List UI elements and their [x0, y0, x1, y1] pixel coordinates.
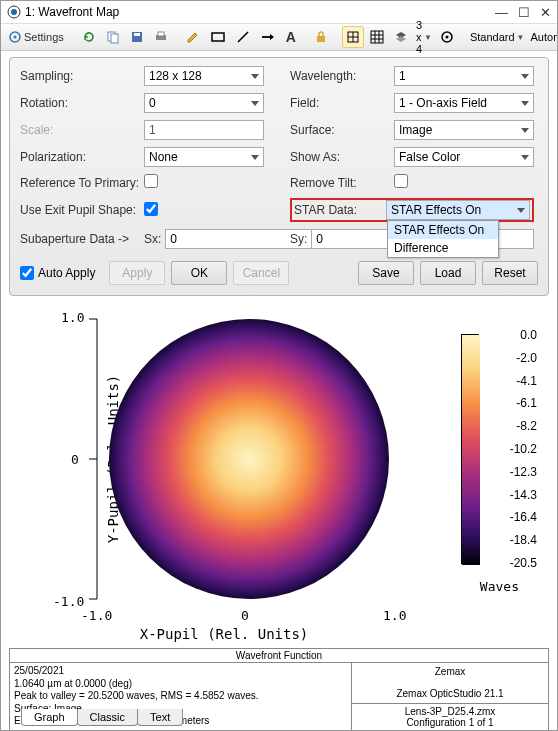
close-button[interactable]: ✕: [540, 5, 551, 20]
star-option-effects-on[interactable]: STAR Effects On: [388, 221, 498, 239]
colorbar: [461, 334, 479, 564]
scale-label: Scale:: [20, 123, 140, 137]
rotation-select[interactable]: 0: [144, 93, 264, 113]
svg-rect-10: [212, 33, 224, 41]
ok-button[interactable]: OK: [171, 261, 227, 285]
rectangle-icon[interactable]: [206, 26, 230, 48]
ytick-mid: 0: [71, 452, 79, 467]
titlebar: 1: Wavefront Map — ☐ ✕: [1, 1, 557, 23]
minimize-button[interactable]: —: [495, 5, 508, 20]
ref-primary-label: Reference To Primary:: [20, 176, 140, 190]
svg-rect-5: [111, 34, 118, 43]
tab-classic[interactable]: Classic: [77, 709, 138, 726]
subaperture-label: Subaperture Data ->: [20, 232, 140, 246]
wavefront-heatmap: [89, 314, 399, 604]
field-select[interactable]: 1 - On-axis Field: [394, 93, 534, 113]
star-data-select[interactable]: STAR Effects On STAR Effects On Differen…: [386, 200, 530, 220]
automatic-dropdown[interactable]: Automatic▼: [529, 31, 559, 43]
svg-point-30: [109, 319, 389, 599]
apply-button: Apply: [109, 261, 165, 285]
autoapply-wrap[interactable]: Auto Apply: [20, 266, 95, 280]
xtick-right: 1.0: [383, 608, 406, 623]
showas-label: Show As:: [290, 150, 390, 164]
load-button[interactable]: Load: [420, 261, 476, 285]
svg-point-23: [445, 36, 448, 39]
rotation-label: Rotation:: [20, 96, 140, 110]
svg-point-3: [14, 36, 17, 39]
save-icon[interactable]: [126, 26, 148, 48]
svg-rect-31: [462, 335, 480, 565]
line-icon[interactable]: [232, 26, 254, 48]
info-file: Lens-3P_D25.4.zmx Configuration 1 of 1: [352, 704, 548, 730]
save-button[interactable]: Save: [358, 261, 414, 285]
sampling-label: Sampling:: [20, 69, 140, 83]
settings-label: Settings: [24, 31, 64, 43]
target-icon[interactable]: [436, 26, 458, 48]
grid-size-dropdown[interactable]: 3 x 4▼: [414, 19, 434, 55]
colorbar-ticks: 0.0 -2.0 -4.1 -6.1 -8.2 -10.2 -12.3 -14.…: [510, 329, 537, 569]
grid-small-icon[interactable]: [342, 26, 364, 48]
bottom-tabs: Graph Classic Text: [21, 709, 182, 726]
print-icon[interactable]: [150, 26, 172, 48]
maximize-button[interactable]: ☐: [518, 5, 530, 20]
wavelength-label: Wavelength:: [290, 69, 390, 83]
xtick-mid: 0: [241, 608, 249, 623]
field-label: Field:: [290, 96, 390, 110]
info-heading: Wavefront Function: [10, 649, 548, 663]
settings-button[interactable]: Settings: [5, 26, 68, 48]
svg-rect-13: [317, 36, 325, 42]
wavelength-select[interactable]: 1: [394, 66, 534, 86]
ref-primary-checkbox[interactable]: [144, 174, 158, 188]
settings-panel: Sampling: 128 x 128 Wavelength: 1 Rotati…: [9, 57, 549, 296]
sx-label: Sx:: [144, 232, 161, 246]
remove-tilt-checkbox[interactable]: [394, 174, 408, 188]
arrow-icon[interactable]: [256, 26, 280, 48]
ytick-top: 1.0: [61, 310, 84, 325]
layers-icon[interactable]: [390, 26, 412, 48]
polarization-label: Polarization:: [20, 150, 140, 164]
polarization-select[interactable]: None: [144, 147, 264, 167]
surface-select[interactable]: Image: [394, 120, 534, 140]
sampling-select[interactable]: 128 x 128: [144, 66, 264, 86]
star-data-label: STAR Data:: [294, 203, 382, 217]
tab-text[interactable]: Text: [137, 709, 183, 726]
app-icon: [7, 5, 21, 19]
svg-rect-9: [158, 32, 164, 36]
tab-graph[interactable]: Graph: [21, 709, 78, 726]
copy-icon[interactable]: [102, 26, 124, 48]
surface-label: Surface:: [290, 123, 390, 137]
standard-dropdown[interactable]: Standard▼: [468, 31, 527, 43]
exit-pupil-label: Use Exit Pupil Shape:: [20, 203, 140, 217]
text-icon[interactable]: A: [282, 26, 300, 48]
scale-input[interactable]: [144, 120, 264, 140]
svg-line-11: [238, 32, 248, 42]
grid-large-icon[interactable]: [366, 26, 388, 48]
refresh-icon[interactable]: [78, 26, 100, 48]
ytick-bot: -1.0: [53, 594, 84, 609]
svg-rect-17: [371, 31, 383, 43]
exit-pupil-checkbox[interactable]: [144, 202, 158, 216]
toolbar: Settings A 3 x 4▼ Standard▼ Automatic▼ ?: [1, 23, 557, 51]
cancel-button: Cancel: [233, 261, 289, 285]
lock-icon[interactable]: [310, 26, 332, 48]
star-option-difference[interactable]: Difference: [388, 239, 498, 257]
remove-tilt-label: Remove Tilt:: [290, 176, 390, 190]
autoapply-label: Auto Apply: [38, 266, 95, 280]
autoapply-checkbox[interactable]: [20, 266, 34, 280]
xtick-left: -1.0: [81, 608, 112, 623]
info-vendor: Zemax Zemax OpticStudio 21.1: [352, 663, 548, 704]
star-data-dropdown-list: STAR Effects On Difference: [387, 220, 499, 258]
window-title: 1: Wavefront Map: [25, 5, 495, 19]
x-axis-label: X-Pupil (Rel. Units): [9, 626, 439, 642]
colorbar-label: Waves: [480, 579, 519, 594]
reset-button[interactable]: Reset: [482, 261, 538, 285]
svg-rect-7: [134, 33, 140, 36]
svg-point-1: [11, 9, 17, 15]
pencil-icon[interactable]: [182, 26, 204, 48]
showas-select[interactable]: False Color: [394, 147, 534, 167]
plot-area: 1.0 0 -1.0 Y-Pupil (Rel. Units): [9, 304, 549, 644]
sy-label: Sy:: [290, 232, 307, 246]
